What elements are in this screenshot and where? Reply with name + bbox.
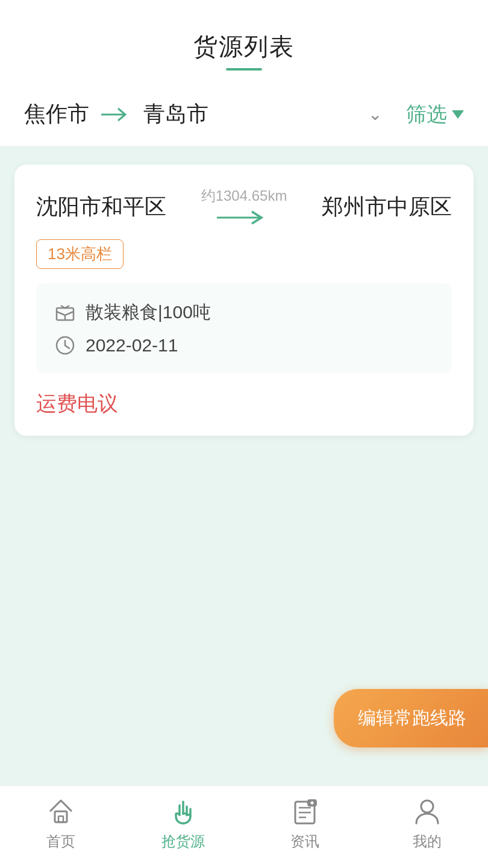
card-city-from: 沈阳市和平区 [36, 192, 166, 222]
svg-point-16 [421, 800, 433, 813]
card-distance-arrow-icon [217, 208, 271, 227]
svg-line-6 [65, 345, 69, 348]
nav-label-news: 资讯 [290, 832, 319, 851]
filter-city-to[interactable]: 青岛市 [143, 99, 368, 129]
filter-screen-triangle-icon [452, 110, 464, 119]
nav-item-news[interactable]: 资讯 [244, 796, 366, 851]
filter-arrow-icon [101, 106, 131, 123]
cargo-card[interactable]: 沈阳市和平区 约1304.65km 郑州市中原区 13米高栏 [14, 165, 474, 436]
header: 货源列表 [0, 0, 488, 83]
home-icon [45, 796, 77, 827]
main-content: 沈阳市和平区 约1304.65km 郑州市中原区 13米高栏 [0, 146, 488, 868]
card-distance-block: 约1304.65km [201, 186, 287, 227]
grab-icon [167, 796, 199, 827]
card-date-row: 2022-02-11 [54, 335, 434, 356]
nav-label-mine: 我的 [413, 832, 442, 851]
nav-item-grab[interactable]: 抢货源 [122, 796, 245, 851]
card-cargo-text: 散装粮食|100吨 [86, 300, 211, 325]
card-route: 沈阳市和平区 约1304.65km 郑州市中原区 [36, 186, 452, 227]
clock-icon [54, 335, 76, 356]
card-vehicle-tag: 13米高栏 [36, 239, 124, 269]
title-underline [226, 68, 262, 71]
cargo-box-icon [54, 302, 76, 324]
news-icon [289, 796, 321, 827]
fab-edit-route-button[interactable]: 编辑常跑线路 [334, 689, 488, 747]
page-title: 货源列表 [0, 30, 488, 63]
filter-bar: 焦作市 青岛市 ⌄ 编辑常跑线路 筛选 [0, 83, 488, 146]
card-info-box: 散装粮食|100吨 2022-02-11 [36, 283, 452, 373]
card-date-text: 2022-02-11 [86, 335, 178, 356]
fab-label: 编辑常跑线路 [358, 708, 466, 728]
nav-item-home[interactable]: 首页 [0, 796, 122, 851]
card-fee-label: 运费电议 [36, 390, 452, 418]
bottom-nav: 首页 抢货源 [0, 785, 488, 868]
filter-city-chevron-icon[interactable]: ⌄ [368, 104, 382, 124]
filter-screen-button[interactable]: 编辑常跑线路 筛选 [406, 101, 464, 128]
user-icon [411, 796, 443, 827]
nav-label-grab: 抢货源 [161, 832, 205, 851]
card-city-to: 郑州市中原区 [322, 192, 452, 222]
nav-item-mine[interactable]: 我的 [366, 796, 489, 851]
filter-screen-text: 筛选 [406, 101, 447, 128]
nav-label-home: 首页 [46, 832, 75, 851]
card-distance-text: 约1304.65km [201, 186, 287, 206]
card-cargo-row: 散装粮食|100吨 [54, 300, 434, 325]
filter-city-from[interactable]: 焦作市 [24, 99, 89, 129]
